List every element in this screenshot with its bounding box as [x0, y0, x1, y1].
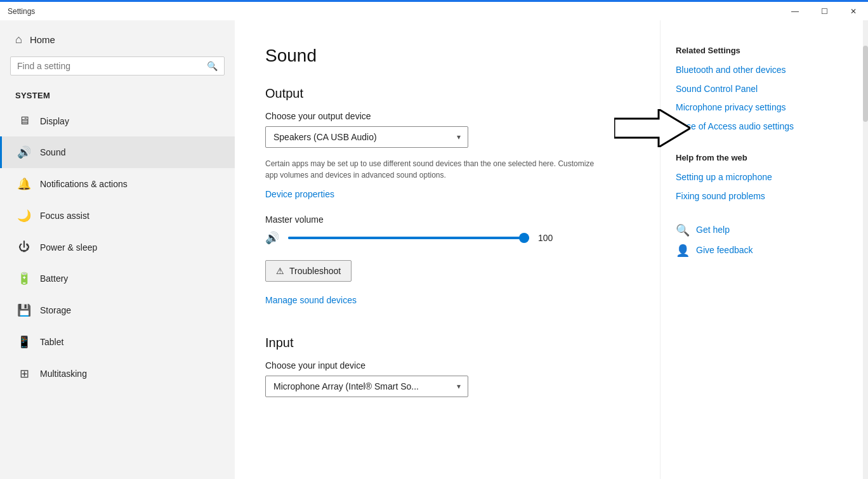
system-section-label: System	[0, 86, 235, 105]
tablet-icon: 📱	[17, 335, 31, 349]
sidebar-item-tablet[interactable]: 📱 Tablet	[0, 326, 235, 358]
battery-icon: 🔋	[17, 272, 31, 285]
volume-section: Master volume 🔊 100	[265, 214, 635, 245]
microphone-privacy-link[interactable]: Microphone privacy settings	[676, 102, 848, 114]
minimize-button[interactable]: —	[780, 1, 810, 22]
sidebar-item-storage[interactable]: 💾 Storage	[0, 294, 235, 326]
multitasking-icon: ⊞	[17, 367, 31, 381]
search-input[interactable]	[17, 61, 202, 71]
sidebar-item-tablet-label: Tablet	[40, 337, 63, 347]
main-content: Sound Output Choose your output device S…	[235, 20, 660, 479]
maximize-button[interactable]: ☐	[810, 1, 839, 22]
output-device-select[interactable]: Speakers (CA USB Audio)	[265, 126, 468, 148]
fix-sound-link[interactable]: Fixing sound problems	[676, 190, 848, 203]
sidebar-item-battery-label: Battery	[40, 273, 68, 284]
get-help-item: 🔍 Get help	[676, 223, 848, 237]
bluetooth-link[interactable]: Bluetooth and other devices	[676, 64, 848, 77]
device-properties-link[interactable]: Device properties	[265, 189, 334, 199]
input-device-label: Choose your input device	[265, 360, 635, 371]
sidebar-item-power[interactable]: ⏻ Power & sleep	[0, 232, 235, 263]
sidebar-item-display-label: Display	[40, 116, 69, 126]
sidebar-item-sound[interactable]: 🔊 Sound	[0, 136, 235, 168]
sidebar-item-display[interactable]: 🖥 Display	[0, 105, 235, 136]
manage-sound-link[interactable]: Manage sound devices	[265, 295, 357, 305]
setup-mic-link[interactable]: Setting up a microphone	[676, 171, 848, 184]
sidebar-item-notifications[interactable]: 🔔 Notifications & actions	[0, 168, 235, 200]
give-feedback-link[interactable]: Give feedback	[696, 244, 753, 257]
sidebar-item-focus[interactable]: 🌙 Focus assist	[0, 200, 235, 232]
volume-label: Master volume	[265, 214, 635, 225]
output-device-select-wrapper: Speakers (CA USB Audio) ▾	[265, 126, 468, 148]
output-description: Certain apps may be set up to use differ…	[265, 158, 595, 181]
give-feedback-icon: 👤	[676, 244, 690, 258]
volume-value: 100	[538, 233, 561, 243]
sidebar-home-button[interactable]: ⌂ Home	[0, 20, 235, 56]
output-section-title: Output	[265, 86, 635, 101]
title-bar: Settings — ☐ ✕	[0, 0, 868, 20]
get-help-link[interactable]: Get help	[696, 224, 730, 237]
help-web-title: Help from the web	[676, 153, 848, 162]
get-help-icon: 🔍	[676, 223, 690, 237]
sound-control-panel-link[interactable]: Sound Control Panel	[676, 83, 848, 96]
arrow-annotation	[614, 109, 690, 150]
sound-icon: 🔊	[17, 145, 31, 159]
sidebar-item-sound-label: Sound	[40, 147, 65, 157]
troubleshoot-button[interactable]: ⚠ Troubleshoot	[265, 260, 352, 282]
search-icon: 🔍	[207, 61, 218, 71]
settings-title: Settings	[8, 7, 35, 16]
sidebar-item-notifications-label: Notifications & actions	[40, 179, 128, 189]
sidebar-item-power-label: Power & sleep	[40, 242, 97, 253]
display-icon: 🖥	[17, 114, 31, 128]
search-box: 🔍	[10, 56, 225, 75]
right-panel: Related Settings Bluetooth and other dev…	[660, 20, 863, 479]
page-title: Sound	[265, 46, 635, 66]
scrollbar-track	[863, 20, 868, 479]
input-device-select-wrapper: Microphone Array (Intel® Smart So... ▾	[265, 376, 468, 397]
title-bar-left: Settings	[8, 7, 35, 16]
notifications-icon: 🔔	[17, 177, 31, 191]
volume-speaker-icon: 🔊	[265, 231, 279, 245]
sidebar-home-label: Home	[30, 34, 55, 45]
home-icon: ⌂	[15, 33, 22, 46]
sidebar-item-focus-label: Focus assist	[40, 211, 89, 221]
ease-of-access-link[interactable]: Ease of Access audio settings	[676, 121, 848, 133]
output-device-label: Choose your output device	[265, 111, 635, 121]
sidebar-item-storage-label: Storage	[40, 305, 71, 315]
volume-row: 🔊 100	[265, 231, 635, 245]
input-section-title: Input	[265, 336, 635, 350]
power-icon: ⏻	[17, 240, 31, 254]
slider-thumb[interactable]	[519, 233, 529, 243]
focus-icon: 🌙	[17, 209, 31, 223]
give-feedback-item: 👤 Give feedback	[676, 244, 848, 258]
volume-slider[interactable]	[288, 237, 529, 239]
troubleshoot-icon: ⚠	[276, 266, 284, 276]
sidebar-item-multitasking-label: Multitasking	[40, 369, 87, 379]
input-device-select[interactable]: Microphone Array (Intel® Smart So...	[265, 376, 468, 397]
svg-marker-0	[614, 109, 690, 147]
storage-icon: 💾	[17, 303, 31, 317]
sidebar-item-battery[interactable]: 🔋 Battery	[0, 263, 235, 294]
related-settings-title: Related Settings	[676, 46, 848, 55]
sidebar-item-multitasking[interactable]: ⊞ Multitasking	[0, 358, 235, 390]
close-button[interactable]: ✕	[839, 1, 868, 22]
scrollbar-thumb[interactable]	[863, 46, 868, 122]
app-body: ⌂ Home 🔍 System 🖥 Display 🔊 Sound 🔔 Noti…	[0, 20, 868, 479]
slider-fill	[288, 237, 529, 239]
title-bar-controls: — ☐ ✕	[780, 1, 868, 22]
troubleshoot-label: Troubleshoot	[289, 266, 341, 276]
slider-track	[288, 237, 529, 239]
content-right-wrapper: Sound Output Choose your output device S…	[235, 20, 868, 479]
help-section: Help from the web Setting up a microphon…	[676, 153, 848, 202]
sidebar: ⌂ Home 🔍 System 🖥 Display 🔊 Sound 🔔 Noti…	[0, 20, 235, 479]
